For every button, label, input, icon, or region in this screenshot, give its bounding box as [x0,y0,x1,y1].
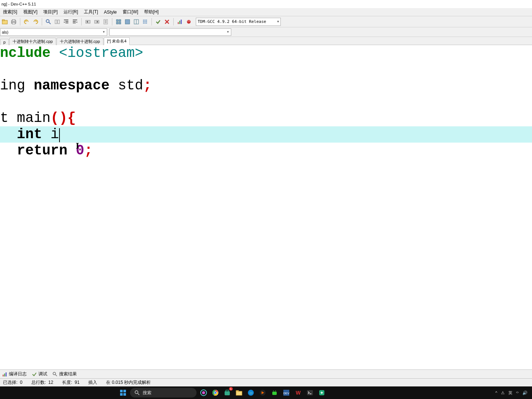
svg-rect-22 [119,20,121,21]
svg-rect-53 [123,393,126,396]
tab-label: 搜索结果 [59,371,77,377]
app-icon[interactable] [317,388,327,398]
code-text: nclude [0,45,59,61]
layout1-icon[interactable] [115,18,123,26]
tab-compile-log[interactable]: 编译日志 [2,371,27,377]
menu-help[interactable]: 帮助[H] [141,8,161,16]
svg-point-5 [46,20,49,23]
svg-rect-63 [236,391,242,395]
status-insert-mode: 插入 [88,379,97,386]
tray-warning-icon[interactable]: ⚠ [501,391,505,395]
svg-rect-19 [105,21,107,22]
menu-run[interactable]: 运行[R] [61,8,81,16]
cancel-icon[interactable] [163,18,171,26]
compiler-selector[interactable]: TDM-GCC 4.9.2 64-bit Release ▼ [196,18,281,26]
status-parse-time: 在 0.015 秒内完成解析 [106,379,151,386]
status-length: 长度: 91 [62,379,79,386]
bottom-panel-tabs: 编译日志 调试 搜索结果 [0,369,532,378]
svg-rect-29 [144,20,146,21]
unindent-icon[interactable] [71,18,79,26]
tab-file4-active[interactable]: [*] 未命名4 [104,37,130,45]
code-text: namespace [34,78,109,93]
menu-search[interactable]: 搜索[S] [0,8,20,16]
tray-chevron-icon[interactable]: ^ [495,391,497,395]
svg-rect-35 [144,23,146,24]
chrome-icon[interactable] [211,388,220,398]
goto-prev-icon[interactable] [84,18,92,26]
code-text: int [0,126,42,142]
code-text: { [67,110,76,126]
layout2-icon[interactable] [123,18,132,26]
code-text: <iostream> [59,45,143,61]
find-icon[interactable] [44,18,52,26]
android-icon[interactable] [270,388,279,398]
code-text: ing [0,78,34,93]
tab-file2[interactable]: 十进制转十六进制.cpp [9,38,56,45]
toolbar-separator [151,18,152,25]
svg-rect-36 [146,23,147,24]
menu-bar: 搜索[S] 视图[V] 项目[P] 运行[R] 工具[T] AStyle 窗口[… [0,8,532,16]
system-tray: ^ ⚠ 英 ⌔ 🔊 [495,390,532,396]
svg-point-69 [275,391,276,391]
bookmark-icon[interactable] [102,18,110,26]
scope-combo[interactable]: als) ▼ [0,28,107,36]
code-editor[interactable]: nclude <iostream> ing namespace std; t m… [0,45,532,159]
check-icon[interactable] [154,18,162,26]
svg-rect-45 [3,375,4,376]
player-icon[interactable] [258,388,267,398]
layout3-icon[interactable] [132,18,140,26]
replace-icon[interactable] [53,18,61,26]
start-button[interactable] [118,388,128,398]
wps-icon[interactable]: W [293,388,303,398]
menu-tools[interactable]: 工具[T] [81,8,101,16]
tab-file3[interactable]: 十六进制转十进制.cpp [57,38,103,45]
devcpp-icon[interactable]: DEV [282,388,291,398]
svg-rect-32 [144,21,146,22]
code-text: return [0,143,76,158]
compiler-selector-label: TDM-GCC 4.9.2 64-bit Release [198,19,266,24]
taskbar-search[interactable]: 搜索 [130,388,197,398]
tab-label: 编译日志 [9,371,27,377]
code-text: () [51,110,68,126]
chevron-down-icon: ▼ [226,30,229,34]
svg-rect-7 [55,20,57,24]
svg-rect-40 [179,21,180,24]
goto-next-icon[interactable] [93,18,101,26]
menu-window[interactable]: 窗口[W] [120,8,141,16]
function-combo[interactable]: ▼ [109,28,231,36]
svg-rect-51 [123,390,126,392]
svg-rect-23 [116,22,118,24]
svg-point-43 [188,21,188,21]
edge-icon[interactable] [246,388,256,398]
menu-view[interactable]: 视图[V] [20,8,41,16]
profiler-icon[interactable] [176,18,184,26]
print-icon[interactable] [10,18,18,26]
toolbar-separator [81,18,82,25]
menu-astyle[interactable]: AStyle [101,9,120,16]
store-icon[interactable]: 1 [222,388,232,398]
title-text: ng] - Dev-C++ 5.11 [1,2,36,6]
undo-icon[interactable] [23,18,31,26]
tray-language[interactable]: 英 [508,390,512,396]
status-lines: 总行数: 12 [31,379,53,386]
open-file-icon[interactable] [1,18,9,26]
layout4-icon[interactable] [141,18,149,26]
tab-debug[interactable]: 调试 [32,371,47,377]
scope-combo-text: als) [2,30,8,34]
tab-file1[interactable]: p [0,39,9,45]
indent-icon[interactable] [62,18,70,26]
tray-wifi-icon[interactable]: ⌔ [516,391,519,395]
tab-search-results[interactable]: 搜索结果 [52,371,77,377]
debug-icon[interactable] [185,18,193,26]
svg-rect-8 [58,20,59,24]
search-placeholder: 搜索 [143,390,151,396]
redo-icon[interactable] [31,18,40,26]
terminal-icon[interactable] [305,388,315,398]
explorer-icon[interactable] [234,388,244,398]
tray-volume-icon[interactable]: 🔊 [522,391,528,395]
check-icon [32,372,37,377]
code-text: main [17,110,51,126]
menu-project[interactable]: 项目[P] [40,8,61,16]
status-selected: 已选择: 0 [3,379,23,386]
copilot-icon[interactable] [199,388,208,398]
